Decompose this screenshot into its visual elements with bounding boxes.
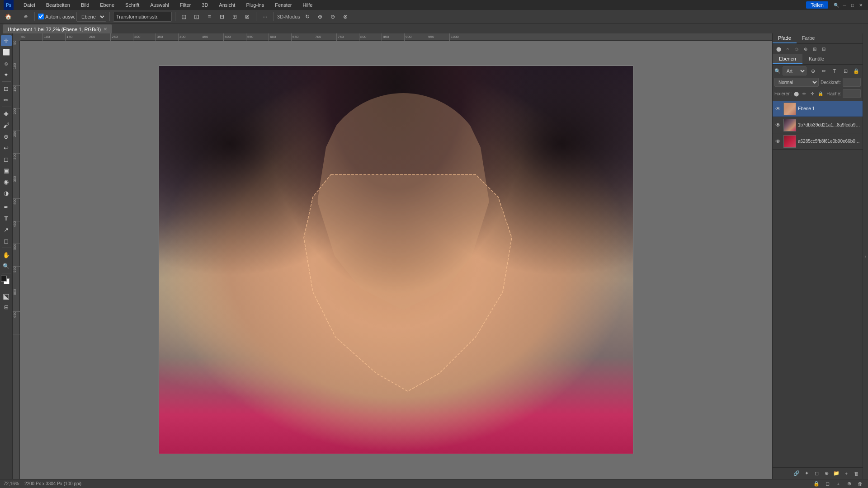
zoom-tool[interactable]: 🔍 <box>1 261 12 272</box>
align-right-btn[interactable]: ≡ <box>204 11 215 22</box>
pen-tool[interactable]: ✒ <box>1 202 12 212</box>
gradient-tool[interactable]: ▣ <box>1 165 12 176</box>
link-layers-btn[interactable]: 🔗 <box>792 469 801 478</box>
menu-filter[interactable]: Filter <box>176 1 194 9</box>
filter-icon-1[interactable]: ⊕ <box>808 66 817 75</box>
panel-collapse-btn[interactable]: › <box>863 33 868 479</box>
menu-datei[interactable]: Datei <box>20 1 39 9</box>
share-button[interactable]: Teilen <box>806 1 828 9</box>
select-rect-tool[interactable]: ⬜ <box>1 47 12 57</box>
search-button[interactable]: 🔍 <box>833 1 840 9</box>
auto-select-mode[interactable]: Ebene <box>76 12 106 22</box>
layer-vis-0[interactable]: 👁 <box>774 105 782 113</box>
active-tab[interactable]: Unbenannt-1 bei 72,2% (Ebene 1, RGB/8) ✕ <box>3 24 112 33</box>
menu-auswahl[interactable]: Auswahl <box>146 1 173 9</box>
menu-schrift[interactable]: Schrift <box>122 1 143 9</box>
layer-item-1[interactable]: 👁 1b7dbb39dd21a1...8a9fcda93d5e72 <box>773 117 863 133</box>
panel-icon-6[interactable]: ⊟ <box>820 45 828 53</box>
3d-pan-btn[interactable]: ⊕ <box>315 11 326 22</box>
3d-extra-btn[interactable]: ⊗ <box>340 11 351 22</box>
crop-tool[interactable]: ⊡ <box>1 83 12 94</box>
align-middle-btn[interactable]: ⊞ <box>229 11 240 22</box>
panel-icon-1[interactable]: ⬤ <box>774 45 783 53</box>
hand-tool[interactable]: ✋ <box>1 249 12 260</box>
document-canvas[interactable] <box>159 66 633 454</box>
align-left-btn[interactable]: ⊡ <box>179 11 189 22</box>
status-icon-1[interactable]: 🔒 <box>812 479 821 488</box>
status-icon-4[interactable]: ⊕ <box>844 479 854 488</box>
dodge-tool[interactable]: ◑ <box>1 188 12 198</box>
menu-hilfe[interactable]: Hilfe <box>299 1 316 9</box>
maximize-button[interactable]: □ <box>849 1 856 9</box>
color-swatches[interactable] <box>1 276 12 286</box>
align-center-btn[interactable]: ⊡ <box>191 11 202 22</box>
minimize-button[interactable]: ─ <box>841 1 848 9</box>
filter-icon-4[interactable]: ⊡ <box>841 66 850 75</box>
fixate-px-btn[interactable]: ⬤ <box>793 89 800 98</box>
transform-input[interactable] <box>113 12 172 22</box>
fixate-move-btn[interactable]: ✛ <box>809 89 816 98</box>
more-options-btn[interactable]: ··· <box>259 11 270 22</box>
menu-ebene[interactable]: Ebene <box>96 1 118 9</box>
status-icon-2[interactable]: ◻ <box>823 479 832 488</box>
eraser-tool[interactable]: ◻ <box>1 154 12 164</box>
add-adjustment-btn[interactable]: ⊕ <box>822 469 831 478</box>
tool-option-btn1[interactable]: ⊕ <box>20 11 31 22</box>
menu-3d[interactable]: 3D <box>198 1 212 9</box>
quick-mask-tool[interactable]: ⬕ <box>1 291 12 301</box>
panel-icon-4[interactable]: ⊕ <box>802 45 810 53</box>
tab-farbe[interactable]: Farbe <box>797 33 821 43</box>
home-button[interactable]: 🏠 <box>3 11 14 22</box>
auto-select-checkbox[interactable] <box>38 14 44 19</box>
blend-mode-select[interactable]: Normal <box>774 78 819 87</box>
status-icon-5[interactable]: 🗑 <box>855 479 864 488</box>
align-top-btn[interactable]: ⊟ <box>217 11 227 22</box>
menu-bearbeiten[interactable]: Bearbeiten <box>42 1 74 9</box>
layer-vis-2[interactable]: 👁 <box>774 138 782 145</box>
fill-input[interactable]: 100% <box>843 89 861 98</box>
filter-icon-2[interactable]: ✏ <box>819 66 828 75</box>
panel-icon-5[interactable]: ⊞ <box>811 45 819 53</box>
menu-ansicht[interactable]: Ansicht <box>215 1 239 9</box>
brush-tool[interactable]: 🖌 <box>1 120 12 131</box>
clone-tool[interactable]: ⊕ <box>1 131 12 142</box>
3d-rotate-btn[interactable]: ↻ <box>302 11 313 22</box>
layer-item-0[interactable]: 👁 Ebene 1 <box>773 101 863 117</box>
text-tool[interactable]: T <box>1 213 12 224</box>
menu-plugins[interactable]: Plug-ins <box>242 1 268 9</box>
fixate-draw-btn[interactable]: ✏ <box>801 89 808 98</box>
opacity-input[interactable]: 100% <box>843 78 861 87</box>
menu-fenster[interactable]: Fenster <box>271 1 295 9</box>
move-tool[interactable]: ✛ <box>1 35 12 46</box>
shape-tool[interactable]: ◻ <box>1 235 12 246</box>
path-select-tool[interactable]: ↗ <box>1 224 12 235</box>
filter-icon-3[interactable]: T <box>830 66 839 75</box>
panel-icon-3[interactable]: ◇ <box>793 45 801 53</box>
filter-icon-5[interactable]: 🔒 <box>852 66 861 75</box>
add-mask-btn[interactable]: ◻ <box>812 469 821 478</box>
history-brush-tool[interactable]: ↩ <box>1 142 12 153</box>
layer-item-2[interactable]: 👁 a6285cc5fb8f61e0b90e66b0426d1b e7 <box>773 133 863 150</box>
layer-vis-1[interactable]: 👁 <box>774 122 782 129</box>
foreground-color-swatch[interactable] <box>1 276 7 282</box>
status-icon-3[interactable]: + <box>834 479 843 488</box>
panel-icon-2[interactable]: ○ <box>783 45 792 53</box>
delete-layer-btn[interactable]: 🗑 <box>852 469 861 478</box>
blur-tool[interactable]: ◉ <box>1 176 12 187</box>
eyedropper-tool[interactable]: ✏ <box>1 94 12 105</box>
menu-bild[interactable]: Bild <box>77 1 93 9</box>
tab-kanaele[interactable]: Kanäle <box>802 54 830 64</box>
layer-filter-select[interactable]: Art <box>783 66 807 75</box>
add-style-btn[interactable]: ✦ <box>802 469 811 478</box>
close-button[interactable]: ✕ <box>857 1 864 9</box>
add-group-btn[interactable]: 📁 <box>832 469 841 478</box>
heal-tool[interactable]: ✚ <box>1 108 12 119</box>
tab-pfade[interactable]: Pfade <box>773 33 797 43</box>
magic-wand-tool[interactable]: ✦ <box>1 69 12 80</box>
fixate-all-btn[interactable]: 🔒 <box>817 89 824 98</box>
screen-mode-tool[interactable]: ⊟ <box>1 302 12 313</box>
lasso-tool[interactable]: ⌾ <box>1 58 12 69</box>
tab-ebenen[interactable]: Ebenen <box>773 54 802 64</box>
3d-zoom-btn[interactable]: ⊖ <box>327 11 338 22</box>
tab-close-button[interactable]: ✕ <box>104 27 107 32</box>
